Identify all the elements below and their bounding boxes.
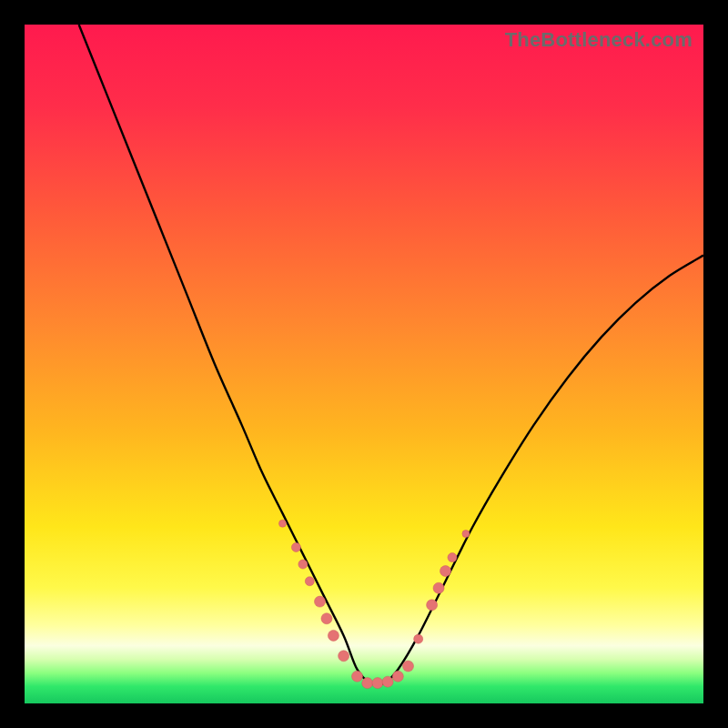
marker-dot (414, 634, 423, 643)
marker-dot (440, 566, 451, 577)
marker-dot (352, 671, 363, 682)
marker-dot (433, 582, 444, 593)
marker-dot (402, 661, 413, 672)
marker-dot (392, 671, 403, 682)
marker-dot (427, 600, 438, 611)
marker-dot (321, 613, 332, 624)
curve-layer (25, 25, 703, 703)
marker-dot (291, 542, 300, 551)
marker-dot (328, 630, 339, 641)
marker-dot (372, 678, 383, 689)
marker-dot (315, 596, 326, 607)
chart-stage: TheBottleneck.com (0, 0, 728, 728)
marker-dot (362, 678, 373, 689)
marker-dot (305, 577, 314, 586)
highlight-markers (278, 520, 469, 688)
marker-dot (339, 651, 349, 662)
marker-dot (462, 531, 470, 538)
marker-dot (298, 560, 308, 569)
bottleneck-curve (79, 25, 703, 684)
marker-dot (448, 553, 457, 562)
marker-dot (382, 676, 393, 687)
marker-dot (278, 520, 286, 527)
plot-area: TheBottleneck.com (25, 25, 703, 703)
